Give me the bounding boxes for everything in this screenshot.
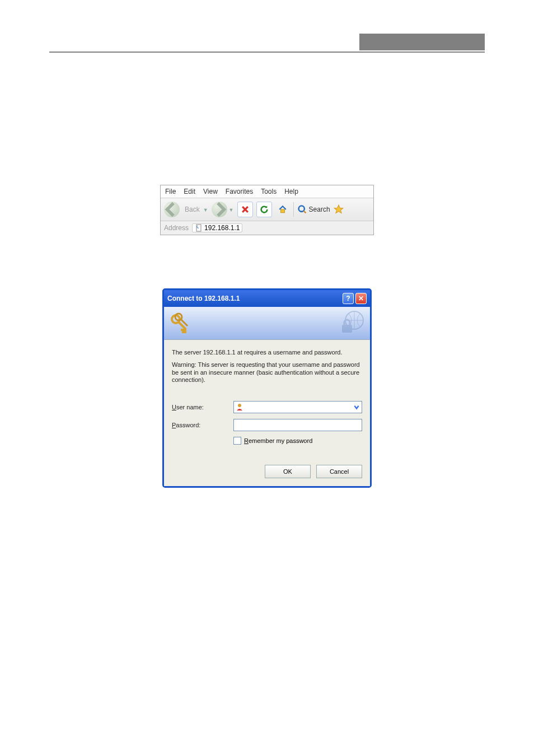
refresh-icon[interactable]: [256, 202, 272, 217]
dialog-titlebar: Connect to 192.168.1.1 ? ✕: [164, 290, 370, 307]
cancel-button[interactable]: Cancel: [316, 465, 362, 478]
username-label: User name:: [172, 404, 233, 410]
back-dropdown-icon[interactable]: ▼: [203, 207, 208, 213]
svg-rect-6: [342, 325, 352, 333]
search-label: Search: [309, 206, 330, 213]
ok-button[interactable]: OK: [265, 465, 311, 478]
keys-icon: [168, 312, 191, 334]
dropdown-icon[interactable]: [353, 404, 360, 410]
header-band: [359, 34, 485, 50]
menu-view[interactable]: View: [203, 188, 218, 195]
search-icon: [297, 204, 307, 214]
dialog-title: Connect to 192.168.1.1: [167, 295, 240, 302]
dialog-banner: [164, 307, 370, 340]
username-input[interactable]: [233, 401, 362, 413]
header-rule: [49, 52, 485, 53]
auth-message-1: The server 192.168.1.1 at requires a use…: [172, 349, 362, 357]
close-button[interactable]: ✕: [355, 293, 367, 304]
address-bar: Address 192.168.1.1: [161, 221, 373, 235]
menubar: File Edit View Favorites Tools Help: [161, 185, 373, 198]
forward-dropdown-icon[interactable]: ▼: [229, 207, 234, 213]
page-icon: [195, 224, 203, 232]
favorites-star-icon[interactable]: [334, 204, 344, 214]
password-input[interactable]: [233, 419, 362, 431]
menu-favorites[interactable]: Favorites: [226, 188, 253, 195]
back-label: Back: [185, 206, 200, 213]
toolbar-divider: [293, 202, 294, 217]
stop-icon[interactable]: [237, 202, 253, 217]
svg-point-1: [298, 206, 304, 212]
remember-checkbox[interactable]: Remember my password: [233, 437, 362, 445]
browser-bar-figure: File Edit View Favorites Tools Help Back…: [160, 185, 374, 235]
auth-message-2: Warning: This server is requesting that …: [172, 361, 362, 384]
context-help-button[interactable]: ?: [343, 293, 354, 304]
menu-help[interactable]: Help: [284, 188, 298, 195]
menu-tools[interactable]: Tools: [261, 188, 277, 195]
toolbar: Back ▼ ▼ Search: [161, 198, 373, 221]
dialog-body: The server 192.168.1.1 at requires a use…: [164, 340, 370, 486]
globe-lock-icon: [338, 309, 366, 337]
password-label: Password:: [172, 422, 233, 428]
auth-dialog: Connect to 192.168.1.1 ? ✕ The server 19…: [162, 288, 372, 488]
remember-label: Remember my password: [244, 437, 312, 444]
address-text: 192.168.1.1: [204, 224, 240, 232]
user-icon: [236, 403, 243, 411]
address-value[interactable]: 192.168.1.1: [192, 223, 242, 232]
svg-point-7: [238, 404, 241, 407]
menu-edit[interactable]: Edit: [184, 188, 195, 195]
svg-rect-0: [280, 209, 284, 213]
address-label: Address: [164, 224, 189, 232]
menu-file[interactable]: File: [165, 188, 176, 195]
search-button[interactable]: Search: [297, 204, 330, 214]
back-icon[interactable]: [164, 202, 180, 217]
home-icon[interactable]: [275, 202, 290, 217]
checkbox-box: [233, 437, 241, 445]
forward-icon[interactable]: [212, 202, 227, 217]
